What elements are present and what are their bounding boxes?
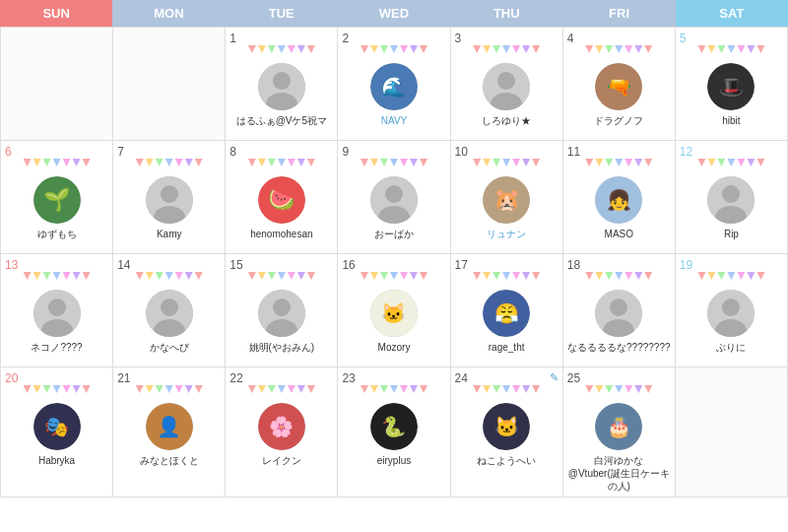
day-cell: 8 🍉 henomohesan	[226, 141, 338, 254]
person: しろゆり★	[455, 63, 558, 127]
day-cell	[676, 367, 788, 498]
avatar: 🐱	[370, 290, 418, 337]
person-name: eiryplus	[377, 454, 411, 467]
person-name: なるるるるな????????	[567, 341, 671, 354]
day-number: 9	[342, 145, 445, 159]
day-cell: 18 なるるるるな????????	[563, 254, 676, 367]
person: 🍉 henomohesan	[230, 176, 333, 240]
person-name: NAVY	[381, 114, 408, 127]
person-name: レイクン	[262, 454, 301, 467]
person: 🌊 NAVY	[342, 63, 445, 127]
person: 🌱 ゆずもち	[5, 176, 108, 240]
person-name: はるふぁ@Vケ5祝マ	[236, 114, 327, 127]
day-number: 16	[342, 258, 445, 272]
svg-point-22	[273, 299, 291, 316]
day-cell: 4 🔫 ドラグノフ	[563, 28, 676, 141]
avatar	[258, 290, 305, 337]
avatar: 🔫	[595, 63, 642, 110]
day-cell: 10 🐹 リュナン	[451, 141, 563, 254]
calendar-header: SUN MON TUE WED THU FRI SAT	[0, 0, 788, 27]
person-name: ゆずもち	[37, 228, 77, 240]
person: ぶりに	[680, 290, 783, 354]
header-wed: WED	[338, 0, 450, 27]
avatar	[258, 63, 305, 110]
person: 🐱 Mozory	[342, 290, 445, 354]
svg-point-13	[722, 185, 740, 203]
person-name: みなとほくと	[140, 454, 199, 467]
day-number: 3	[455, 32, 558, 45]
person-name: ねこようへい	[477, 454, 536, 467]
person-name: リュナン	[487, 228, 526, 240]
day-cell	[113, 28, 226, 141]
day-cell: 24 🐱 ねこようへい ✎	[451, 367, 563, 498]
person: 👧 MASO	[567, 176, 671, 240]
person: 🔫 ドラグノフ	[567, 63, 671, 127]
day-cell: 14 かなへび	[113, 254, 226, 367]
day-cell: 3 しろゆり★	[451, 28, 563, 141]
edit-icon[interactable]: ✎	[550, 371, 558, 384]
person: 🐹 リュナン	[455, 176, 558, 240]
person-name: Habryka	[38, 454, 75, 467]
day-cell: 22 🌸 レイクン	[226, 367, 338, 498]
avatar: 🎩	[707, 63, 755, 110]
person: Kamy	[117, 176, 221, 240]
day-number: 11	[567, 145, 671, 159]
day-number: 10	[455, 145, 558, 159]
person: 姚明(やおみん)	[230, 290, 333, 354]
day-cell: 9 おーばか	[338, 141, 450, 254]
person-name: MASO	[605, 228, 633, 240]
person-name: Rip	[724, 228, 739, 240]
person: 🎂 白河ゆかな@Vtuber(誕生日ケーキの人)	[567, 403, 671, 493]
day-cell: 16 🐱 Mozory	[338, 254, 450, 367]
avatar	[146, 176, 193, 224]
day-cell: 19 ぶりに	[676, 254, 788, 367]
day-number: 18	[567, 258, 671, 272]
person-name: しろゆり★	[482, 114, 531, 127]
day-number: 23	[342, 371, 445, 385]
day-number: 14	[117, 258, 221, 272]
avatar: 🌊	[370, 63, 418, 110]
day-cell	[1, 28, 113, 141]
person-name: Mozory	[378, 341, 411, 354]
avatar: 🎭	[33, 403, 81, 450]
day-number: 2	[342, 32, 445, 45]
avatar	[146, 290, 193, 337]
day-number: 13	[5, 258, 108, 272]
person-name: 白河ゆかな@Vtuber(誕生日ケーキの人)	[567, 454, 671, 493]
day-cell: 5 🎩 hibit	[676, 28, 788, 141]
person: 👤 みなとほくと	[117, 403, 221, 467]
day-number: 20	[5, 371, 108, 385]
day-cell: 25 🎂 白河ゆかな@Vtuber(誕生日ケーキの人)	[563, 367, 676, 498]
avatar	[707, 290, 755, 337]
day-number: 25	[567, 371, 671, 385]
person: 😤 rage_tht	[455, 290, 558, 354]
avatar: 🌸	[258, 403, 305, 450]
person: おーばか	[342, 176, 445, 240]
svg-point-19	[161, 299, 178, 316]
person-name: かなへび	[150, 341, 189, 354]
day-number: 7	[117, 145, 221, 159]
person-name: henomohesan	[250, 228, 312, 240]
avatar: 🌱	[33, 176, 81, 224]
person-name: hibit	[722, 114, 740, 127]
avatar: 👤	[146, 403, 193, 450]
day-number: 15	[230, 258, 333, 272]
avatar	[707, 176, 755, 224]
calendar-grid: 1 はるふぁ@Vケ5祝マ 2 🌊 NAVY 3 しろゆり★ 4 🔫 ドラグノフ …	[0, 27, 788, 498]
avatar: 😤	[483, 290, 530, 337]
day-number: 19	[680, 258, 783, 272]
person-name: ドラグノフ	[594, 114, 643, 127]
header-mon: MON	[112, 0, 225, 27]
day-number: 17	[455, 258, 558, 272]
svg-point-4	[497, 72, 515, 90]
day-cell: 17 😤 rage_tht	[451, 254, 563, 367]
day-cell: 20 🎭 Habryka	[1, 367, 113, 498]
avatar: 🐍	[370, 403, 418, 450]
person-name: ネコノ????	[31, 341, 82, 354]
day-cell: 23 🐍 eiryplus	[338, 367, 450, 498]
calendar: SUN MON TUE WED THU FRI SAT 1 はるふぁ@Vケ5祝マ…	[0, 0, 788, 498]
day-number: 12	[680, 145, 783, 159]
avatar: 🎂	[595, 403, 642, 450]
avatar	[595, 290, 642, 337]
day-number: 5	[680, 32, 783, 45]
